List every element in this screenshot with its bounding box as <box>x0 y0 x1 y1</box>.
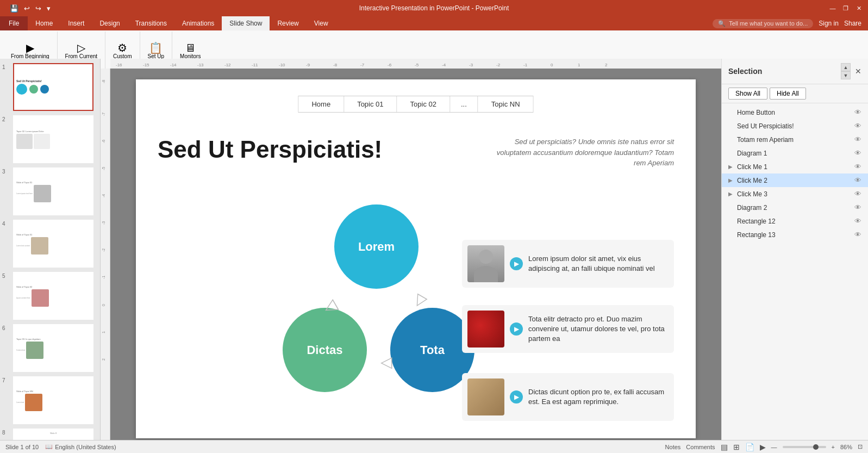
sel-scroll-down[interactable]: ▼ <box>841 71 851 79</box>
slide-preview-8[interactable]: Slide 8 <box>13 429 93 440</box>
setup-btn[interactable]: 📋 Set Up <box>145 41 168 60</box>
show-all-button[interactable]: Show All <box>728 88 767 100</box>
svg-text:-15: -15 <box>143 63 149 67</box>
sel-item-rect12[interactable]: Rectangle 12 👁 <box>722 214 868 228</box>
slide-preview-2[interactable]: Topic 02. Lorem ipsum Dolor <box>13 115 93 163</box>
notes-button[interactable]: Notes <box>665 444 681 450</box>
sel-item-clickme3[interactable]: ▶ Click Me 3 👁 <box>722 187 868 201</box>
slide-preview-1[interactable]: Sed Ut Perspiciatis! <box>13 63 93 111</box>
from-current-btn[interactable]: ▷ From Current <box>62 41 101 60</box>
sel-eye-diagram1[interactable]: 👁 <box>854 149 861 157</box>
slide-thumb-3[interactable]: 3 Slide of Topic 01 Lorem ipsum text her… <box>2 167 98 215</box>
card-arrow-2[interactable]: ▶ <box>510 322 523 336</box>
tab-view[interactable]: View <box>307 16 336 30</box>
search-bar[interactable]: 🔍 Tell me what you want to do... <box>713 19 813 28</box>
comments-button[interactable]: Comments <box>686 444 715 450</box>
slide-preview-4[interactable]: Slide of Topic 01 Lorem text content <box>13 220 93 268</box>
tab-home[interactable]: Home <box>28 16 60 30</box>
slide-thumb-7[interactable]: 7 Slide of Topic NN Lorem text <box>2 376 98 424</box>
slide-thumb-8[interactable]: 8 Slide 8 <box>2 429 98 440</box>
close-button[interactable]: ✕ <box>854 3 864 13</box>
slide-preview-7[interactable]: Slide of Topic NN Lorem text <box>13 376 93 424</box>
nav-dots[interactable]: ... <box>450 96 478 112</box>
fit-slide-btn[interactable]: ⊡ <box>858 443 863 450</box>
normal-view-btn[interactable]: ▤ <box>721 443 728 451</box>
slide-preview-6[interactable]: Topic 03. In quo dignitam Content text <box>13 324 93 372</box>
sel-eye-totam[interactable]: 👁 <box>854 135 861 144</box>
sel-item-totam[interactable]: Totam rem Aperiam 👁 <box>722 133 868 146</box>
title-bar: 💾 ↩ ↪ ▾ Interactive Presentation in Powe… <box>0 0 868 16</box>
hide-all-button[interactable]: Hide All <box>770 88 806 100</box>
save-icon[interactable]: 💾 <box>9 4 20 13</box>
sel-eye-clickme1[interactable]: 👁 <box>854 163 861 171</box>
person-image <box>467 245 504 282</box>
sel-eye-sed[interactable]: 👁 <box>854 122 861 130</box>
slide-thumb-4[interactable]: 4 Slide of Topic 01 Lorem text content <box>2 220 98 268</box>
svg-text:-9: -9 <box>306 63 310 67</box>
nav-home[interactable]: Home <box>298 96 344 112</box>
sel-eye-clickme3[interactable]: 👁 <box>854 190 861 198</box>
nav-topicNN[interactable]: Topic NN <box>478 96 533 112</box>
custom-slideshow-btn[interactable]: ⚙ Custom <box>110 41 135 60</box>
slide-preview-5[interactable]: Slide of Topic 02 Ipsum content here <box>13 272 93 320</box>
zoom-in-btn[interactable]: + <box>832 444 835 450</box>
restore-button[interactable]: ❐ <box>841 3 851 13</box>
svg-text:-1: -1 <box>523 63 528 67</box>
zoom-slider[interactable] <box>783 446 826 448</box>
sel-item-sed-ut[interactable]: Sed Ut Perspiciatis! 👁 <box>722 119 868 133</box>
minimize-button[interactable]: — <box>828 3 838 13</box>
tab-animations[interactable]: Animations <box>174 16 222 30</box>
sel-item-home-button[interactable]: Home Button 👁 <box>722 106 868 119</box>
slideshow-btn[interactable]: ▶ <box>760 443 766 451</box>
from-beginning-btn[interactable]: ▶ From Beginning <box>8 41 53 60</box>
slides-panel: 1 Sed Ut Perspiciatis! 2 Topic 02. Lorem… <box>0 59 101 440</box>
selection-panel-close[interactable]: ✕ <box>855 67 861 76</box>
slide-sorter-btn[interactable]: ⊞ <box>733 443 740 451</box>
sel-item-clickme2[interactable]: ▶ Click Me 2 👁 <box>722 173 868 187</box>
sel-item-rect13[interactable]: Rectangle 13 👁 <box>722 228 868 241</box>
sel-item-diagram1[interactable]: Diagram 1 👁 <box>722 146 868 160</box>
slide-thumb-6[interactable]: 6 Topic 03. In quo dignitam Content text <box>2 324 98 372</box>
tab-design[interactable]: Design <box>92 16 127 30</box>
monitors-btn[interactable]: 🖥 Monitors <box>177 41 204 60</box>
card-arrow-3[interactable]: ▶ <box>510 390 523 404</box>
sel-eye-clickme2[interactable]: 👁 <box>854 176 861 184</box>
svg-text:-5: -5 <box>102 167 105 170</box>
sel-eye-home[interactable]: 👁 <box>854 108 861 116</box>
signin-button[interactable]: Sign in <box>819 20 839 27</box>
card-arrow-1[interactable]: ▶ <box>510 257 523 270</box>
svg-text:-4: -4 <box>102 194 105 197</box>
nav-topic02[interactable]: Topic 02 <box>397 96 450 112</box>
tab-review[interactable]: Review <box>270 16 306 30</box>
tab-file[interactable]: File <box>0 16 28 30</box>
sel-scroll-up[interactable]: ▲ <box>841 63 851 71</box>
svg-text:-12: -12 <box>224 63 231 67</box>
slide-preview-3[interactable]: Slide of Topic 01 Lorem ipsum text here <box>13 167 93 215</box>
redo-icon[interactable]: ↪ <box>34 4 42 13</box>
quick-access-toolbar: 💾 ↩ ↪ ▾ <box>4 0 56 16</box>
sel-item-diagram2[interactable]: Diagram 2 👁 <box>722 201 868 214</box>
reading-view-btn[interactable]: 📄 <box>745 443 754 451</box>
sel-eye-rect12[interactable]: 👁 <box>854 217 861 225</box>
slide-title: Sed Ut Perspiciatis! <box>158 136 382 163</box>
show-hide-row: Show All Hide All <box>722 84 868 103</box>
svg-text:1: 1 <box>102 331 105 333</box>
tab-transitions[interactable]: Transitions <box>128 16 174 30</box>
slide-thumb-1[interactable]: 1 Sed Ut Perspiciatis! <box>2 63 98 111</box>
undo-icon[interactable]: ↩ <box>23 4 31 13</box>
card-img-3 <box>467 378 504 415</box>
workspace: -16-15-14 -13-12-11 -10-9-8 -7-6-5 -4-3-… <box>101 59 721 440</box>
slide-quote: Sed ut perspiciatis? Unde omnis iste nat… <box>484 136 674 169</box>
tab-slideshow[interactable]: Slide Show <box>222 16 270 30</box>
zoom-out-btn[interactable]: — <box>771 444 777 450</box>
sel-item-clickme1[interactable]: ▶ Click Me 1 👁 <box>722 160 868 173</box>
tab-insert[interactable]: Insert <box>60 16 92 30</box>
sel-eye-rect13[interactable]: 👁 <box>854 231 861 239</box>
sel-eye-diagram2[interactable]: 👁 <box>854 203 861 212</box>
share-button[interactable]: Share <box>844 20 861 27</box>
slide-thumb-5[interactable]: 5 Slide of Topic 02 Ipsum content here <box>2 272 98 320</box>
slide-thumb-2[interactable]: 2 Topic 02. Lorem ipsum Dolor <box>2 115 98 163</box>
nav-topic01[interactable]: Topic 01 <box>344 96 397 112</box>
customize-icon[interactable]: ▾ <box>46 4 52 13</box>
svg-text:-2: -2 <box>496 63 501 67</box>
